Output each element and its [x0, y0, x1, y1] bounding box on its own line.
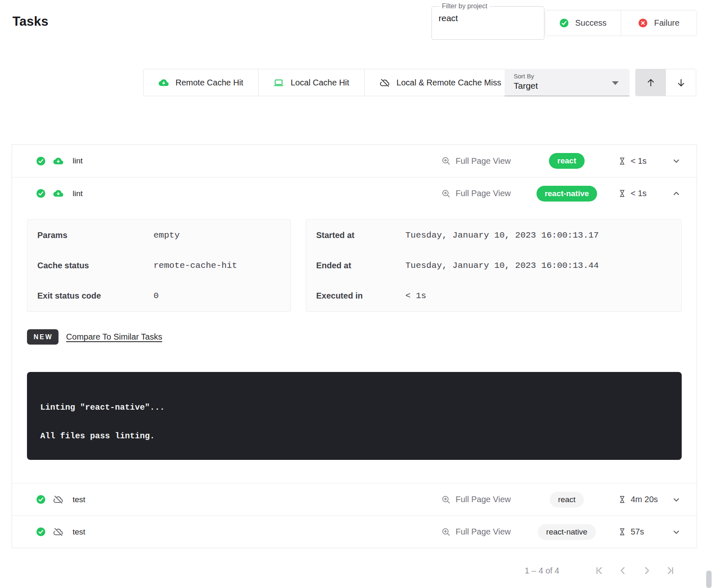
- project-filter-field: Filter by project: [432, 2, 544, 40]
- task-row-test-react-native[interactable]: test Full Page View react-native 57s: [12, 515, 697, 548]
- chevron-up-icon[interactable]: [672, 189, 681, 198]
- full-page-view-label: Full Page View: [456, 495, 511, 504]
- executed-in-label: Executed in: [316, 291, 405, 301]
- cache-filter-group: Remote Cache Hit Local Cache Hit Local &…: [143, 69, 517, 96]
- terminal-line: Linting "react-native"...: [40, 403, 668, 412]
- task-duration-label: 4m 20s: [631, 495, 658, 504]
- zoom-in-icon: [441, 156, 451, 166]
- failure-filter-label: Failure: [654, 18, 679, 28]
- pagination-range-label: 1 – 4 of 4: [525, 566, 559, 576]
- task-duration: 4m 20s: [618, 495, 659, 504]
- executed-in-value: < 1s: [405, 291, 426, 301]
- task-list-card: lint Full Page View react < 1s: [12, 144, 697, 548]
- zoom-in-icon: [441, 527, 451, 537]
- task-row-lint-react-native[interactable]: lint Full Page View react-native < 1s: [12, 177, 697, 209]
- compare-similar-tasks-link[interactable]: Compare To Similar Tasks: [66, 332, 162, 342]
- full-page-view-label: Full Page View: [456, 156, 511, 166]
- pagination: 1 – 4 of 4: [525, 561, 676, 580]
- first-page-button[interactable]: [593, 565, 604, 576]
- sort-descending-button[interactable]: [666, 69, 696, 96]
- cloud-off-icon: [53, 494, 63, 505]
- task-row-lint-react[interactable]: lint Full Page View react < 1s: [12, 145, 697, 177]
- sort-by-value: Target: [514, 81, 620, 91]
- laptop-icon: [273, 78, 284, 88]
- project-badge[interactable]: react: [550, 492, 584, 508]
- success-filter-label: Success: [575, 18, 607, 28]
- scrollbar-thumb[interactable]: [706, 571, 712, 588]
- full-page-view-label: Full Page View: [456, 189, 511, 198]
- check-circle-icon: [36, 495, 46, 504]
- ended-at-row: Ended at Tuesday, January 10, 2023 16:00…: [306, 250, 681, 281]
- hourglass-icon: [618, 495, 627, 504]
- project-badge[interactable]: react-native: [538, 524, 595, 540]
- params-label: Params: [37, 231, 154, 240]
- arrow-down-icon: [676, 78, 686, 88]
- sort-by-select[interactable]: Sort By Target: [505, 69, 629, 96]
- exit-status-label: Exit status code: [37, 291, 154, 301]
- params-row: Params empty: [27, 220, 290, 250]
- x-circle-icon: [638, 18, 648, 28]
- next-page-button[interactable]: [641, 565, 652, 576]
- chevron-down-icon[interactable]: [672, 156, 681, 165]
- terminal-line: All files pass linting.: [40, 431, 668, 441]
- task-duration-label: < 1s: [631, 156, 646, 166]
- zoom-in-icon: [441, 189, 451, 199]
- caret-down-icon: [612, 81, 619, 85]
- check-circle-icon: [36, 189, 46, 198]
- ended-at-label: Ended at: [316, 261, 405, 270]
- full-page-view-button[interactable]: Full Page View: [439, 156, 513, 166]
- project-badge[interactable]: react-native: [536, 186, 597, 202]
- first-page-icon: [593, 565, 604, 576]
- cache-miss-label: Local & Remote Cache Miss: [397, 78, 501, 87]
- sort-direction-group: [635, 69, 696, 96]
- previous-page-icon: [617, 565, 628, 576]
- cache-status-value: remote-cache-hit: [154, 261, 237, 270]
- task-duration-label: 57s: [631, 527, 644, 537]
- ended-at-value: Tuesday, January 10, 2023 16:00:13.44: [405, 261, 599, 270]
- success-filter-button[interactable]: Success: [545, 10, 621, 36]
- task-duration: < 1s: [618, 189, 659, 198]
- project-filter-label: Filter by project: [439, 2, 490, 10]
- hourglass-icon: [618, 527, 627, 536]
- previous-page-button[interactable]: [617, 565, 628, 576]
- task-target-label: test: [73, 527, 85, 537]
- task-row-actions: Full Page View react 4m 20s: [439, 492, 681, 508]
- status-filter-group: Success Failure: [545, 10, 697, 36]
- task-row-actions: Full Page View react-native 57s: [439, 524, 681, 540]
- hourglass-icon: [618, 157, 627, 165]
- failure-filter-button[interactable]: Failure: [621, 10, 697, 36]
- detail-grid: Params empty Cache status remote-cache-h…: [27, 219, 682, 312]
- full-page-view-button[interactable]: Full Page View: [439, 527, 513, 537]
- cache-status-label: Cache status: [37, 261, 154, 270]
- check-circle-icon: [36, 527, 46, 537]
- check-circle-icon: [559, 18, 569, 28]
- task-target-label: test: [73, 495, 85, 504]
- full-page-view-button[interactable]: Full Page View: [439, 494, 513, 505]
- task-duration: < 1s: [618, 156, 659, 166]
- sort-ascending-button[interactable]: [636, 69, 666, 96]
- local-cache-hit-filter-button[interactable]: Local Cache Hit: [258, 69, 364, 96]
- chevron-down-icon[interactable]: [672, 495, 681, 504]
- arrow-up-icon: [646, 78, 656, 88]
- cloud-download-icon: [158, 78, 169, 88]
- cloud-download-icon: [53, 188, 63, 199]
- task-row-actions: Full Page View react-native < 1s: [439, 186, 681, 202]
- last-page-button[interactable]: [666, 565, 676, 576]
- project-badge[interactable]: react: [549, 153, 584, 169]
- cloud-download-icon: [53, 156, 63, 166]
- next-page-icon: [641, 565, 652, 576]
- exit-status-row: Exit status code 0: [27, 281, 290, 311]
- chevron-down-icon[interactable]: [672, 527, 681, 537]
- remote-cache-hit-filter-button[interactable]: Remote Cache Hit: [144, 69, 258, 96]
- sort-by-label: Sort By: [514, 73, 620, 80]
- cloud-off-icon: [53, 527, 63, 537]
- project-filter-input[interactable]: [439, 11, 537, 23]
- check-circle-icon: [36, 156, 46, 166]
- task-row-test-react[interactable]: test Full Page View react 4m 20s: [12, 483, 697, 515]
- cache-miss-filter-button[interactable]: Local & Remote Cache Miss: [364, 69, 516, 96]
- terminal-output: Linting "react-native"... All files pass…: [27, 372, 682, 460]
- full-page-view-button[interactable]: Full Page View: [439, 188, 513, 199]
- cloud-off-icon: [380, 78, 390, 88]
- full-page-view-label: Full Page View: [456, 527, 511, 537]
- task-details-panel: Params empty Cache status remote-cache-h…: [12, 209, 697, 483]
